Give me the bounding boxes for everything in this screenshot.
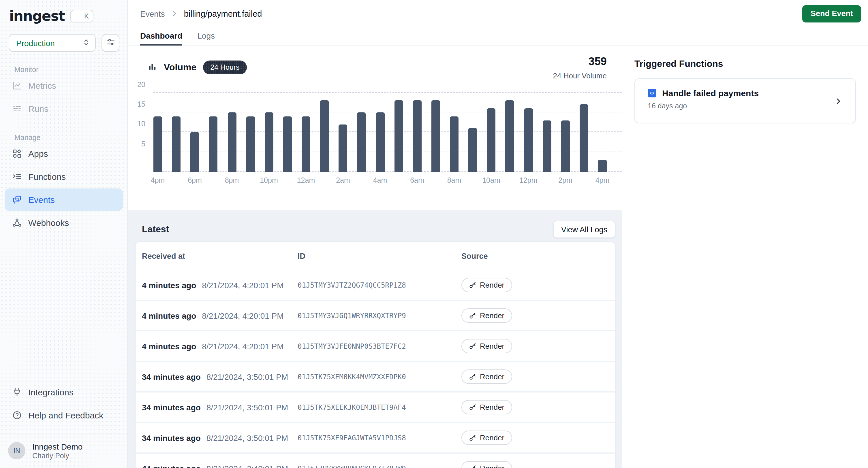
source-badge[interactable]: Render [461,278,512,292]
chart-x-tick-label: 4pm [151,176,165,185]
command-palette-shortcut[interactable]: K [70,10,93,23]
code-icon [649,90,655,96]
apps-icon [12,149,22,159]
source-badge[interactable]: Render [461,308,512,323]
chart-x-tick-label: 4pm [595,176,610,185]
latest-section: Latest View All Logs Received atIDSource… [128,210,622,468]
chart-x-tick-label: 2am [336,176,350,185]
source-badge[interactable]: Render [461,369,512,384]
sidebar-item-label: Help and Feedback [28,410,103,420]
event-id: 01J5TMY3VJGQ1WRYRRXQXTRYP9 [298,311,461,320]
received-datetime: 8/21/2024, 3:50:01 PM [207,433,288,442]
function-name: Handle failed payments [662,88,759,98]
user-menu[interactable]: IN Inngest Demo Charly Poly [0,435,127,468]
volume-bar-chart: 51015204pm6pm8pm10pm12am2am4am6am8am10am… [153,92,607,172]
volume-bar [246,116,255,172]
tab-dashboard[interactable]: Dashboard [140,31,182,45]
sidebar-item-metrics[interactable]: Metrics [5,74,123,97]
triggered-function-card[interactable]: Handle failed payments 16 days ago [634,78,856,123]
tab-logs[interactable]: Logs [197,31,215,45]
received-at-cell: 44 minutes ago 8/21/2024, 3:40:01 PM [135,464,298,468]
event-row[interactable]: 34 minutes ago 8/21/2024, 3:50:01 PM 01J… [135,423,615,454]
source-badge[interactable]: Render [461,339,512,353]
event-row[interactable]: 34 minutes ago 8/21/2024, 3:50:01 PM 01J… [135,362,615,393]
volume-bar [505,101,514,172]
sidebar-item-runs[interactable]: Runs [5,97,123,120]
source-label: Render [480,281,504,289]
sidebar-item-functions[interactable]: Functions [5,165,123,188]
key-icon [469,312,476,319]
time-range-badge[interactable]: 24 Hours [203,61,247,74]
sidebar-item-label: Webhooks [28,218,69,228]
sidebar-item-label: Apps [28,149,48,159]
source-cell: Render [461,431,615,445]
relative-time: 4 minutes ago [142,280,196,290]
chevron-up-down-icon [82,38,91,48]
breadcrumb-link[interactable]: Events [140,9,165,18]
chart-x-tick-label: 8pm [225,176,239,185]
column-header: ID [298,252,461,260]
volume-bar [265,112,273,172]
key-icon [469,342,476,350]
chart-y-tick-label: 20 [128,80,145,89]
volume-title: Volume [164,62,196,73]
chart-x-tick-label: 2pm [558,176,572,185]
received-datetime: 8/21/2024, 3:50:01 PM [207,372,288,381]
volume-section: Volume 24 Hours 359 24 Hour Volume 51015… [128,46,622,210]
event-row[interactable]: 44 minutes ago 8/21/2024, 3:40:01 PM 01J… [135,454,615,468]
function-last-triggered: 16 days ago [648,102,828,110]
inngest-logo[interactable]: inngest [9,8,65,24]
sidebar-nav: Monitor Metrics Runs Manage Apps Functio… [0,52,127,234]
volume-bar [191,132,199,172]
volume-bar [320,101,329,172]
chevron-up-down-icon [82,38,91,46]
shortcut-key-label: K [84,12,89,20]
sidebar-item-label: Metrics [28,81,56,91]
chart-gridline [153,132,622,132]
relative-time: 34 minutes ago [142,433,201,442]
triggered-functions-panel: Triggered Functions Handle failed paymen… [622,46,868,468]
chart-y-tick-label: 10 [128,120,145,128]
view-all-logs-button[interactable]: View All Logs [553,221,615,238]
chart-gridline [153,92,622,93]
source-badge[interactable]: Render [461,400,512,414]
environment-settings-button[interactable] [101,34,119,52]
relative-time: 44 minutes ago [142,464,201,468]
events-table: Received atIDSource 4 minutes ago 8/21/2… [135,241,615,468]
event-row[interactable]: 4 minutes ago 8/21/2024, 4:20:01 PM 01J5… [135,270,615,301]
bar-chart-icon [147,61,157,71]
received-at-cell: 4 minutes ago 8/21/2024, 4:20:01 PM [135,280,298,290]
chart-x-axis: 4pm6pm8pm10pm12am2am4am6am8am10am12pm2pm… [153,176,607,188]
event-main-column: Volume 24 Hours 359 24 Hour Volume 51015… [128,46,622,468]
event-row[interactable]: 4 minutes ago 8/21/2024, 4:20:01 PM 01J5… [135,301,615,331]
latest-header: Latest View All Logs [135,217,615,241]
event-row[interactable]: 34 minutes ago 8/21/2024, 3:50:01 PM 01J… [135,393,615,423]
volume-bar [524,108,533,172]
chart-gridline [153,171,622,172]
relative-time: 34 minutes ago [142,372,201,381]
environment-select[interactable]: Production [9,34,96,52]
volume-header: Volume 24 Hours [128,59,622,76]
sidebar-item-help[interactable]: Help and Feedback [5,404,123,426]
volume-bar [394,101,403,172]
sidebar-item-events[interactable]: Events [5,189,123,211]
event-row[interactable]: 4 minutes ago 8/21/2024, 4:20:01 PM 01J5… [135,331,615,362]
source-badge[interactable]: Render [461,431,512,445]
sidebar-item-apps[interactable]: Apps [5,142,123,165]
sidebar-item-integrations[interactable]: Integrations [5,381,123,403]
key-icon [469,281,476,289]
functions-icon [12,172,22,181]
chart-x-tick-label: 6am [410,176,424,185]
user-org-label: Inngest Demo [32,442,83,452]
source-badge[interactable]: Render [461,461,512,468]
sliders-icon [106,37,115,46]
volume-bar [302,116,310,172]
send-event-button[interactable]: Send Event [803,5,861,22]
webhooks-icon [12,218,22,228]
volume-bar [357,112,366,172]
volume-bar [339,124,347,172]
sidebar-item-label: Functions [28,172,66,181]
sidebar-item-webhooks[interactable]: Webhooks [5,211,123,234]
volume-bar [227,112,236,172]
source-label: Render [480,342,504,350]
